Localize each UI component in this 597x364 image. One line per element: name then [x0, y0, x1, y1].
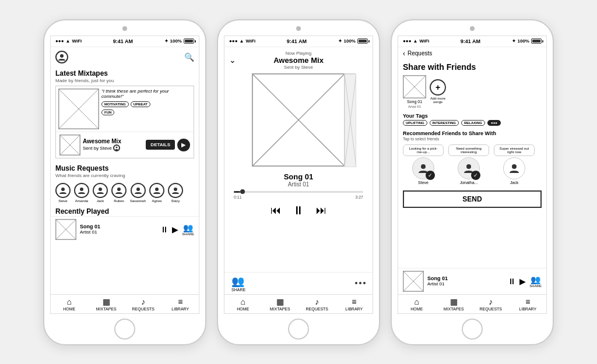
- bottom-song-thumb: [403, 271, 424, 292]
- back-label[interactable]: Requests: [408, 50, 432, 56]
- pause-button[interactable]: ⏸: [160, 225, 168, 234]
- svg-point-9: [80, 188, 83, 191]
- nav-home-2[interactable]: ⌂ HOME: [224, 295, 262, 313]
- play-button[interactable]: ▶: [177, 139, 190, 151]
- details-button[interactable]: DETAILS: [146, 140, 175, 150]
- svg-point-11: [117, 188, 121, 191]
- home-button-3[interactable]: [462, 319, 483, 340]
- fast-forward-button[interactable]: ⏭: [316, 204, 326, 217]
- nav-library-1[interactable]: ≡ LIBRARY: [162, 295, 199, 313]
- friend-avatar-ruben[interactable]: [111, 183, 127, 198]
- friend-steve: Steve: [55, 183, 71, 203]
- nav-mixtapes-2[interactable]: ▦ MIXTAPES: [262, 295, 299, 313]
- tag-interesting[interactable]: INTERESTING: [430, 120, 459, 126]
- more-options-button[interactable]: [355, 282, 366, 284]
- bottom-song-title: Song 01: [427, 275, 504, 281]
- latest-mixtapes-title: Latest Mixtapes: [51, 67, 199, 78]
- share-icon-rp[interactable]: 👥: [183, 223, 193, 232]
- player-bottom: 👥 SHARE: [224, 272, 373, 294]
- status-battery-1: ✦ 100%: [164, 38, 194, 44]
- tag-fun[interactable]: FUN: [101, 109, 114, 115]
- home-icon: ⌂: [67, 297, 72, 306]
- nav-requests-1[interactable]: ♪ REQUESTS: [125, 295, 162, 313]
- user-avatar[interactable]: [55, 51, 68, 63]
- home-icon-3: ⌂: [415, 297, 419, 306]
- tag-toggle-active[interactable]: ●●●: [487, 120, 501, 126]
- svg-point-12: [136, 188, 140, 191]
- now-playing-sender: Sent by Steve: [273, 65, 324, 70]
- song-title-2: Song 01: [224, 172, 373, 181]
- phone-1-content: 🔍 Latest Mixtapes Made by friends, just …: [51, 47, 199, 313]
- sender-avatar: [113, 144, 120, 151]
- chevron-down-icon[interactable]: ⌄: [229, 55, 236, 65]
- back-arrow-icon[interactable]: ‹: [403, 50, 405, 58]
- music-requests-section: Music Requests What friends are currentl…: [51, 162, 199, 205]
- friend-avatar-savannah[interactable]: [131, 183, 146, 198]
- requests-icon-3: ♪: [489, 297, 493, 306]
- recommended-friends-row: Looking for a pick-me-up... ✓ Steve Need…: [398, 143, 546, 188]
- mixtapes-icon-3: ▦: [450, 297, 458, 306]
- nav-home-1[interactable]: ⌂ HOME: [51, 295, 88, 313]
- send-button[interactable]: SEND: [403, 190, 542, 208]
- tag-uplifting[interactable]: UPLIFTING: [403, 120, 427, 126]
- home-button-2[interactable]: [288, 319, 309, 340]
- friend-avatar-rec-steve[interactable]: ✓: [412, 157, 434, 179]
- nav-requests-2[interactable]: ♪ REQUESTS: [298, 295, 336, 313]
- friend-name-steve: Steve: [418, 181, 429, 185]
- friend-agnes: Agnes: [149, 183, 164, 203]
- phone-2: ●●● ▲ WiFi 9:41 AM ✦ 100% ⌄ Now Playing: [217, 19, 380, 345]
- home-button-1[interactable]: [114, 319, 135, 340]
- nav-home-3[interactable]: ⌂ HOME: [398, 295, 436, 313]
- friend-avatar-amanda[interactable]: [74, 183, 89, 198]
- latest-mixtapes-sub: Made by friends, just for you: [51, 78, 199, 86]
- share-icon-3[interactable]: 👥: [531, 275, 540, 284]
- bottom-nav-1: ⌂ HOME ▦ MIXTAPES ♪ REQUESTS ≡ LIBRARY: [51, 294, 199, 313]
- nav-mixtapes-3[interactable]: ▦ MIXTAPES: [436, 295, 473, 313]
- friend-avatar-stacy[interactable]: [168, 183, 183, 198]
- pause-button-3[interactable]: ⏸: [508, 277, 516, 286]
- nav-home-label-3: HOME: [410, 307, 423, 311]
- friend-bubble-jack: Super stressed out right now: [494, 144, 535, 156]
- nav-library-3[interactable]: ≡ LIBRARY: [510, 295, 547, 313]
- rp-controls: ⏸ ▶ 👥 SHARE: [160, 223, 194, 236]
- tag-motivating[interactable]: MOTIVATING: [101, 101, 129, 107]
- nav-requests-label: REQUESTS: [132, 307, 154, 311]
- svg-point-10: [99, 188, 102, 191]
- status-time-3: 9:41 AM: [461, 38, 480, 44]
- phone-3-content: ‹ Requests Share with Friends Song 01 Ar…: [398, 47, 546, 313]
- rec-friend-jack: Super stressed out right now Jack: [494, 144, 535, 185]
- friend-avatar-agnes[interactable]: [149, 183, 164, 198]
- friend-avatar-rec-jack[interactable]: [503, 157, 525, 179]
- rp-title: Song 01: [80, 224, 157, 229]
- friend-avatar-jack[interactable]: [93, 183, 108, 198]
- tag-upbeat[interactable]: UPBEAT: [131, 101, 150, 107]
- nav-mixtapes-1[interactable]: ▦ MIXTAPES: [88, 295, 125, 313]
- checkmark-steve: ✓: [426, 171, 435, 180]
- friend-name-jack: Jack: [510, 181, 518, 185]
- music-requests-title: Music Requests: [51, 162, 199, 173]
- mix-sender: Sent by Steve: [83, 144, 143, 151]
- song-thumb: [403, 75, 426, 98]
- search-icon[interactable]: 🔍: [184, 52, 194, 62]
- nav-requests-3[interactable]: ♪ REQUESTS: [472, 295, 510, 313]
- nav-mixtapes-label-3: MIXTAPES: [444, 307, 464, 311]
- share-with-friends-title: Share with Friends: [398, 60, 546, 73]
- library-icon-2: ≡: [352, 297, 356, 306]
- recently-played-title: Recently Played: [51, 205, 199, 216]
- tag-relaxing[interactable]: RELAXING: [461, 120, 485, 126]
- friend-avatar-steve[interactable]: [55, 183, 71, 198]
- pause-button-2[interactable]: ⏸: [293, 204, 304, 217]
- share-icon-2[interactable]: 👥: [231, 275, 244, 287]
- play-button-rp[interactable]: ▶: [172, 225, 178, 234]
- bottom-controls: ⏸ ▶ 👥 SHARE: [508, 275, 542, 288]
- status-time-2: 9:41 AM: [287, 38, 307, 44]
- play-button-3[interactable]: ▶: [519, 277, 526, 286]
- add-more-col: + Add moresongs: [430, 79, 446, 104]
- now-playing-header: ⌄ Now Playing Awesome Mix Sent by Steve: [224, 47, 373, 71]
- nav-library-label-2: LIBRARY: [345, 307, 363, 311]
- nav-library-2[interactable]: ≡ LIBRARY: [336, 295, 373, 313]
- rewind-button[interactable]: ⏮: [271, 204, 281, 217]
- progress-bar[interactable]: [234, 191, 363, 193]
- friend-avatar-rec-jonathan[interactable]: ✓: [458, 157, 480, 179]
- add-more-button[interactable]: +: [430, 79, 446, 96]
